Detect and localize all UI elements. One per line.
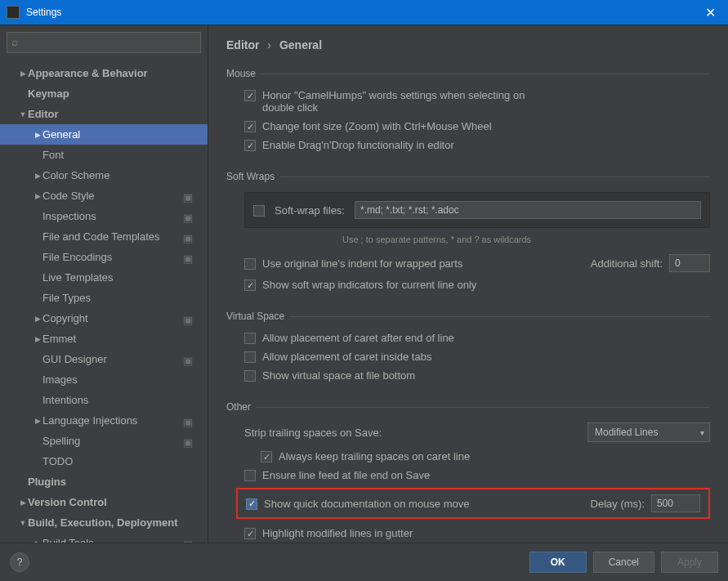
highlighted-quickdoc-row: Show quick documentation on mouse move D… (236, 488, 710, 519)
select-strip-trailing[interactable]: Modified Lines (587, 422, 710, 442)
ok-button[interactable]: OK (529, 552, 587, 573)
tree-editor[interactable]: ▼Editor (0, 104, 208, 124)
titlebar: Settings ✕ (0, 0, 728, 25)
label-virtual-file-bottom: Show virtual space at file bottom (262, 369, 415, 382)
label-caret-inside-tabs: Allow placement of caret inside tabs (262, 351, 431, 363)
checkbox-use-original-indent[interactable] (244, 258, 256, 270)
label-dnd: Enable Drag'n'Drop functionality in edit… (262, 139, 454, 151)
label-quick-doc: Show quick documentation on mouse move (264, 498, 584, 510)
tree-images[interactable]: Images (0, 369, 208, 390)
tree-emmet[interactable]: ▶Emmet (0, 328, 208, 349)
tree-version-control[interactable]: ▶Version Control (0, 492, 208, 512)
input-softwrap-files[interactable] (355, 201, 701, 219)
tree-code-style[interactable]: ▶Code Style▣ (0, 185, 208, 206)
checkbox-highlight-modified[interactable] (244, 528, 256, 539)
window-title: Settings (26, 7, 61, 18)
project-marker-icon: ▣ (183, 212, 193, 221)
tree-file-encodings[interactable]: File Encodings▣ (0, 247, 208, 267)
tree-plugins[interactable]: Plugins (0, 472, 208, 492)
checkbox-dnd[interactable] (244, 140, 256, 151)
label-zoom: Change font size (Zoom) with Ctrl+Mouse … (262, 120, 492, 132)
tree-file-code-templates[interactable]: File and Code Templates▣ (0, 226, 208, 247)
tree-build-exec-deploy[interactable]: ▼Build, Execution, Deployment (0, 512, 208, 533)
project-marker-icon: ▣ (183, 436, 193, 446)
label-highlight-modified: Highlight modified lines in gutter (262, 527, 413, 539)
checkbox-zoom[interactable] (244, 121, 256, 132)
button-bar: ? OK Cancel Apply (0, 543, 728, 581)
group-virtualspace: Virtual Space (226, 311, 710, 322)
project-marker-icon: ▣ (183, 416, 193, 426)
cancel-button[interactable]: Cancel (593, 552, 654, 573)
project-marker-icon: ▣ (183, 253, 193, 262)
close-icon[interactable]: ✕ (692, 0, 728, 25)
checkbox-show-indicators[interactable] (244, 279, 256, 291)
input-additional-shift[interactable] (669, 254, 710, 272)
tree-language-injections[interactable]: ▶Language Injections▣ (0, 410, 208, 431)
breadcrumb-page: General (279, 38, 322, 51)
tree-inspections[interactable]: Inspections▣ (0, 206, 208, 226)
label-softwrap-files: Soft-wrap files: (275, 204, 345, 217)
tree-todo[interactable]: TODO (0, 451, 208, 472)
apply-button[interactable]: Apply (661, 552, 718, 573)
tree-copyright[interactable]: ▶Copyright▣ (0, 308, 208, 328)
checkbox-camelhumps[interactable] (244, 90, 256, 101)
search-input[interactable] (7, 32, 201, 53)
softwrap-files-row: Soft-wrap files: (244, 192, 710, 228)
project-marker-icon: ▣ (183, 191, 193, 201)
app-logo-icon (7, 6, 20, 19)
checkbox-quick-doc[interactable] (246, 498, 257, 510)
input-delay[interactable] (651, 494, 700, 512)
checkbox-keep-caret-spaces[interactable] (261, 451, 272, 463)
label-show-indicators: Show soft wrap indicators for current li… (262, 279, 476, 291)
label-ensure-lf: Ensure line feed at file end on Save (262, 469, 430, 481)
label-use-original-indent: Use original line's indent for wrapped p… (262, 257, 462, 270)
label-strip-trailing: Strip trailing spaces on Save: (244, 427, 382, 439)
settings-tree: ▶Appearance & Behavior Keymap ▼Editor ▶G… (0, 60, 208, 543)
project-marker-icon: ▣ (183, 539, 193, 543)
project-marker-icon: ▣ (183, 232, 193, 242)
tree-general[interactable]: ▶General (0, 124, 208, 145)
hint-softwrap: Use ; to separate patterns, * and ? as w… (342, 235, 710, 244)
tree-file-types[interactable]: File Types (0, 288, 208, 308)
tree-build-tools[interactable]: ▶Build Tools▣ (0, 533, 208, 543)
tree-gui-designer[interactable]: GUI Designer▣ (0, 349, 208, 369)
label-caret-after-eol: Allow placement of caret after end of li… (262, 332, 454, 344)
settings-content: Editor › General Mouse Honor "CamelHumps… (208, 25, 728, 543)
tree-spelling[interactable]: Spelling▣ (0, 431, 208, 451)
tree-appearance-behavior[interactable]: ▶Appearance & Behavior (0, 63, 208, 83)
project-marker-icon: ▣ (183, 355, 193, 364)
label-keep-caret-spaces: Always keep trailing spaces on caret lin… (279, 450, 470, 463)
left-pane: ▶Appearance & Behavior Keymap ▼Editor ▶G… (0, 25, 208, 543)
project-marker-icon: ▣ (183, 314, 193, 324)
label-additional-shift: Additional shift: (591, 257, 663, 270)
checkbox-caret-after-eol[interactable] (244, 333, 256, 344)
tree-intentions[interactable]: Intentions (0, 390, 208, 410)
breadcrumb-root[interactable]: Editor (226, 38, 259, 51)
tree-live-templates[interactable]: Live Templates (0, 267, 208, 288)
group-softwraps: Soft Wraps (226, 171, 710, 182)
tree-keymap[interactable]: Keymap (0, 83, 208, 104)
checkbox-ensure-lf[interactable] (244, 470, 256, 481)
label-camelhumps: Honor "CamelHumps" words settings when s… (262, 89, 532, 114)
breadcrumb-separator-icon: › (267, 38, 271, 51)
checkbox-caret-inside-tabs[interactable] (244, 351, 256, 363)
tree-font[interactable]: Font (0, 145, 208, 165)
checkbox-softwrap-files[interactable] (253, 205, 265, 217)
label-delay: Delay (ms): (591, 498, 645, 510)
group-other: Other (226, 401, 710, 413)
tree-color-scheme[interactable]: ▶Color Scheme (0, 165, 208, 185)
checkbox-virtual-file-bottom[interactable] (244, 370, 256, 382)
group-mouse: Mouse (226, 68, 710, 79)
breadcrumb: Editor › General (226, 38, 710, 51)
help-button[interactable]: ? (10, 552, 29, 572)
